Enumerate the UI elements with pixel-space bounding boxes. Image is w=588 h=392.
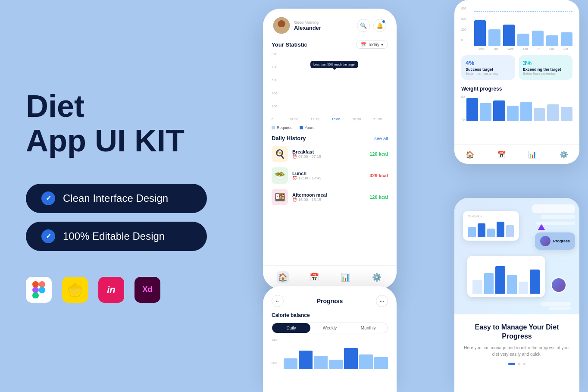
lunch-icon: 🥗 [272,167,288,184]
tab-weekly[interactable]: Weekly [310,323,349,333]
editable-design-badge: 100% Editable Design [26,222,207,251]
greeting-text: Good Morning [294,20,321,25]
progress-header: ← Progress ··· [272,295,388,307]
weight-chart [466,95,572,121]
calorie-title: Calorie balance [272,312,388,318]
legend-yours-dot [300,126,303,129]
mini-nav-settings[interactable]: ⚙️ [560,151,568,159]
breakfast-info: Breakfast ⏰ 07:00 - 07:15 [292,149,365,159]
mini-bar-wed [503,25,515,46]
mini-nav-home[interactable]: 🏠 [466,151,474,159]
floating-card-stats: Statistics [463,211,519,241]
breakfast-time: ⏰ 07:00 - 07:15 [292,154,365,159]
user-info: Good Morning Alexander [273,17,321,34]
mini-nav-stats[interactable]: 📊 [528,151,537,159]
more-button[interactable]: ··· [376,295,388,307]
floating-card-bigchart [467,256,545,297]
legend-required-label: Required [277,125,293,130]
mini-bar-sun [561,32,572,46]
clean-interface-badge: Clean Interface Design [26,184,207,213]
title-app: App UI KIT [26,124,211,158]
notification-button[interactable]: 🔔 [373,19,386,32]
tab-daily[interactable]: Daily [272,323,310,333]
legend-required-dot [272,126,275,129]
calorie-chart: 1400 800 [272,339,388,369]
title-block: Diet App UI KIT [26,89,211,157]
svg-rect-1 [39,281,45,288]
fc-big-bars [472,259,540,294]
nav-stats[interactable]: 📊 [339,271,351,283]
tab-monthly[interactable]: Monthly [349,323,388,333]
stat1-sub: Better than yesterday [466,72,511,75]
lunch-info: Lunch ⏰ 12:30 - 12:45 [292,171,365,180]
daily-history-header: Daily History see all [272,135,388,141]
stat2-sub: Better than yesterday [523,72,568,75]
stat-cards: 4% Success target Better than yesterday … [461,55,572,80]
header-icons: 🔍 🔔 [357,19,386,32]
clean-interface-label: Clean Interface Design [63,192,168,204]
phone-main: Good Morning Alexander 🔍 🔔 Your Statisti… [263,9,397,289]
tool-icons: in Xd [26,277,211,303]
title-diet: Diet [26,89,211,123]
search-button[interactable]: 🔍 [357,19,370,32]
lunch-time: ⏰ 12:30 - 12:45 [292,176,365,180]
stat-card-exceeding: 3% Exceeding the target Better than yest… [519,55,572,80]
phone-inner: Good Morning Alexander 🔍 🔔 Your Statisti… [263,17,397,205]
afternoon-info: Afternoon meal ⏰ 15:00 - 15:15 [292,192,365,202]
nav-settings[interactable]: ⚙️ [371,271,383,283]
chart-area: 920 780 600 400 200 0 [272,52,388,121]
user-name: Alexander [294,25,321,31]
chart-x-labels: 07:00 12:15 15:00 18:30 21:30 [284,117,388,121]
legend-yours-label: Yours [305,125,315,130]
dot-2 [518,363,520,365]
avatar [273,17,290,34]
panel-visual: Statistics Progress [454,198,579,314]
today-label: Today [368,42,379,47]
mini-bar-thu [517,34,529,46]
afternoon-kcal: 120 kcal [369,194,388,200]
stat-card-success: 4% Success target Better than yesterday [461,55,515,80]
nav-home[interactable]: 🏠 [277,271,289,283]
nav-calendar[interactable]: 📅 [308,271,320,283]
dot-3 [523,363,525,365]
see-all-link[interactable]: see all [374,136,388,141]
today-button[interactable]: 📅 Today ▾ [356,41,388,49]
left-panel: Diet App UI KIT Clean Interface Design 1… [0,0,237,392]
bottom-right-panel: Statistics Progress [454,198,579,392]
progress-title: Progress [317,298,343,304]
chart-legend: Required Yours [272,125,388,130]
fc-avatar [540,236,550,246]
editable-design-label: 100% Editable Design [63,230,165,242]
feature-badges: Clean Interface Design 100% Editable Des… [26,184,211,251]
fc-bar-row [468,220,514,237]
meal-breakfast: 🍳 Breakfast ⏰ 07:00 - 07:15 120 kcal [272,146,388,162]
weight-chart-row: 80 70 [461,95,572,121]
stats-header: Your Statistic 📅 Today ▾ [272,41,388,49]
lunch-name: Lunch [292,171,365,176]
stat1-label: Success target [466,67,511,72]
meal-lunch: 🥗 Lunch ⏰ 12:30 - 12:45 329 kcal [272,167,388,184]
mini-bar-tue [488,29,500,46]
phone-bottom-center: ← Progress ··· Calorie balance Daily Wee… [263,286,397,392]
user-avatar-visual [551,277,566,293]
check-icon [41,191,55,205]
breakfast-name: Breakfast [292,149,365,154]
floating-card-user: Progress [535,232,575,250]
sketch-icon [62,277,88,303]
panel-desc: Here you can manage and monitor the prog… [463,345,571,358]
mini-bar-mon [474,20,486,46]
back-button[interactable]: ← [272,295,284,307]
weight-title: Weight progress [461,86,572,92]
phone-nav-mini: 🏠 📅 📊 ⚙️ [454,144,579,164]
stat2-label: Exceeding the target [523,67,568,72]
mini-nav-calendar[interactable]: 📅 [497,151,506,159]
legend-yours: Yours [300,125,315,130]
breakfast-kcal: 120 kcal [369,151,388,157]
chart-tooltip: Less than 50% reach the target [310,61,358,68]
top-right-chart: 800 500 200 0 Mon Tue Wed Thu F [461,7,572,50]
phone-top-right: 800 500 200 0 Mon Tue Wed Thu F [454,0,579,164]
svg-rect-3 [32,292,39,298]
mini-bar-sat [546,35,558,46]
phone-header: Good Morning Alexander 🔍 🔔 [272,17,388,34]
mini-x-labels: Mon Tue Wed Thu Fri Sat Sun [461,47,572,50]
